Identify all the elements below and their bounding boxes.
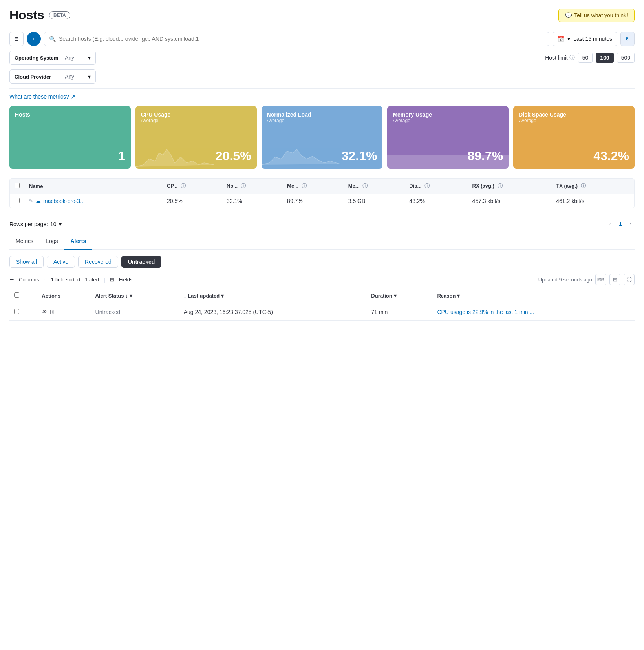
alert-tab-show-all[interactable]: Show all	[9, 256, 44, 268]
select-all-checkbox[interactable]	[15, 183, 20, 188]
page-1-button[interactable]: 1	[616, 219, 625, 228]
row-checkbox[interactable]	[15, 198, 20, 203]
name-column-header: Name	[24, 179, 162, 194]
fields-icon: ⊞	[110, 277, 114, 283]
memory-gb-help-icon[interactable]: ⓘ	[362, 183, 368, 189]
cloud-filter[interactable]: Cloud Provider Any ▾	[9, 69, 96, 84]
beta-badge: BETA	[49, 11, 70, 19]
rx-column-header: RX (avg.) ⓘ	[468, 179, 552, 194]
alert-row: 👁 ⊞ Untracked Aug 24, 2023, 16:23:37.025…	[9, 303, 635, 321]
external-link-icon: ↗	[71, 93, 75, 100]
limit-50-button[interactable]: 50	[578, 53, 593, 63]
metric-card-hosts[interactable]: Hosts 1	[9, 106, 131, 169]
disk-cell: 43.2%	[404, 194, 467, 208]
tx-help-icon[interactable]: ⓘ	[581, 183, 586, 189]
alert-select-all-checkbox[interactable]	[14, 292, 19, 298]
chevron-down-icon: ▾	[88, 55, 91, 61]
row-checkbox-cell	[10, 194, 24, 208]
full-screen-icon[interactable]: ⛶	[624, 274, 635, 285]
header-left: Hosts BETA	[9, 8, 70, 22]
host-type-icon: ☁	[35, 198, 41, 204]
refresh-button[interactable]: ↻	[620, 32, 635, 46]
time-picker[interactable]: 📅 ▾ Last 15 minutes	[553, 32, 617, 46]
info-icon[interactable]: ⓘ	[569, 54, 575, 61]
tab-logs[interactable]: Logs	[40, 233, 64, 250]
alert-status-cell: Untracked	[91, 303, 179, 321]
chevron-down-icon: ▾	[88, 73, 91, 80]
cpu-column-header: CP... ⓘ	[162, 179, 222, 194]
search-box[interactable]: 🔍	[44, 32, 549, 46]
chevron-down-icon: ▾	[221, 293, 224, 299]
rows-per-page-control[interactable]: Rows per page: 10 ▾	[9, 221, 62, 227]
memory-pct-cell: 89.7%	[282, 194, 344, 208]
hosts-table-container: Name CP... ⓘ No... ⓘ Me... ⓘ	[9, 178, 635, 208]
table-row: ✎ ☁ macbook-pro-3... 20.5% 32.1% 89.7% 3…	[10, 194, 634, 208]
metric-card-memory[interactable]: Memory Usage Average 89.7%	[387, 106, 509, 169]
filter-button[interactable]: ☰	[9, 32, 24, 46]
metric-card-disk[interactable]: Disk Space Usage Average 43.2%	[513, 106, 635, 169]
load-column-header: No... ⓘ	[222, 179, 282, 194]
chevron-down-icon: ▾	[59, 221, 62, 227]
divider-1	[9, 88, 635, 89]
add-button[interactable]: +	[27, 32, 41, 46]
last-updated-column-header: ↓ Last updated ▾	[179, 288, 367, 303]
alert-tab-recovered[interactable]: Recovered	[78, 256, 118, 268]
alert-checkbox-cell	[9, 303, 37, 321]
tx-column-header: TX (avg.) ⓘ	[551, 179, 634, 194]
alert-actions-cell: 👁 ⊞	[37, 303, 90, 321]
memory-gb-column-header: Me... ⓘ	[344, 179, 405, 194]
keyboard-icon[interactable]: ⌨	[595, 274, 606, 285]
actions-column-header: Actions	[37, 288, 90, 303]
rx-cell: 457.3 kbit/s	[468, 194, 552, 208]
main-toolbar: ☰ + 🔍 📅 ▾ Last 15 minutes ↻	[9, 32, 635, 46]
hosts-table: Name CP... ⓘ No... ⓘ Me... ⓘ	[10, 179, 634, 208]
metric-card-cpu[interactable]: CPU Usage Average 20.5%	[135, 106, 257, 169]
memory-pct-help-icon[interactable]: ⓘ	[302, 183, 307, 189]
alert-checkbox[interactable]	[14, 309, 19, 314]
prev-page-button[interactable]: ‹	[606, 219, 614, 228]
feedback-button[interactable]: 💬 Tell us what you think!	[558, 9, 635, 22]
rx-help-icon[interactable]: ⓘ	[498, 183, 503, 189]
disk-help-icon[interactable]: ⓘ	[424, 183, 430, 189]
search-input[interactable]	[59, 36, 544, 42]
cpu-cell: 20.5%	[162, 194, 222, 208]
sort-icon: ↕	[44, 277, 46, 283]
metrics-link[interactable]: What are these metrics? ↗	[9, 93, 75, 100]
metric-card-load[interactable]: Normalized Load Average 32.1%	[262, 106, 383, 169]
limit-500-button[interactable]: 500	[617, 53, 635, 63]
alert-tab-untracked[interactable]: Untracked	[121, 256, 161, 268]
next-page-button[interactable]: ›	[627, 219, 635, 228]
edit-icon[interactable]: ✎	[29, 198, 33, 204]
more-actions-icon[interactable]: ⊞	[49, 308, 55, 316]
limit-100-button[interactable]: 100	[596, 53, 613, 63]
columns-icon: ☰	[9, 277, 14, 283]
alert-last-updated-cell: Aug 24, 2023, 16:23:37.025 (UTC-5)	[179, 303, 367, 321]
sort-icon: ↓	[184, 293, 187, 299]
tab-metrics[interactable]: Metrics	[9, 233, 40, 250]
memory-gb-cell: 3.5 GB	[344, 194, 405, 208]
search-icon: 🔍	[49, 36, 56, 42]
load-cell: 32.1%	[222, 194, 282, 208]
tab-alerts[interactable]: Alerts	[64, 233, 92, 250]
filter-icon: ☰	[14, 36, 19, 42]
view-icon[interactable]: 👁	[42, 309, 47, 315]
host-name-cell: ✎ ☁ macbook-pro-3...	[24, 194, 162, 208]
load-help-icon[interactable]: ⓘ	[241, 183, 246, 189]
disk-column-header: Dis... ⓘ	[404, 179, 467, 194]
chevron-down-icon: ▾	[130, 293, 132, 299]
refresh-icon: ↻	[626, 36, 630, 42]
os-filter[interactable]: Operating System Any ▾	[9, 51, 96, 65]
alert-duration-cell: 71 min	[366, 303, 432, 321]
table-density-icon[interactable]: ⊞	[609, 274, 620, 285]
chat-icon: 💬	[565, 12, 572, 18]
cpu-help-icon[interactable]: ⓘ	[181, 183, 186, 189]
tx-cell: 461.2 kbit/s	[551, 194, 634, 208]
alert-filter-tabs: Show all Active Recovered Untracked	[9, 256, 635, 268]
page-header: Hosts BETA 💬 Tell us what you think!	[9, 8, 635, 22]
host-link[interactable]: macbook-pro-3...	[43, 198, 85, 204]
alert-reason-cell: CPU usage is 22.9% in the last 1 min ...	[432, 303, 635, 321]
alert-tab-active[interactable]: Active	[47, 256, 75, 268]
host-limit-control: Host limit ⓘ 50 100 500	[545, 53, 635, 63]
detail-tabs: Metrics Logs Alerts	[9, 233, 635, 250]
select-all-header	[10, 179, 24, 194]
